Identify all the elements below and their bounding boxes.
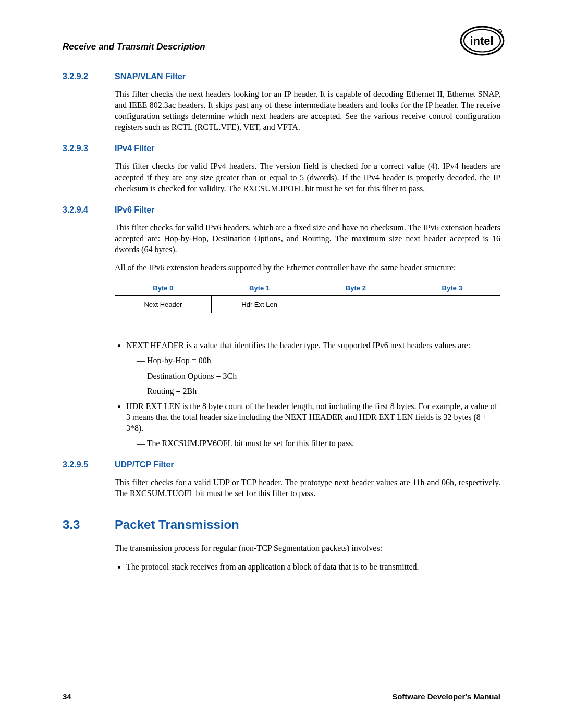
body-text: All of the IPv6 extension headers suppor… [115,262,500,273]
list-item: Routing = 2Bh [137,386,500,397]
body-text: This filter checks the next headers look… [115,89,500,132]
section-title-ipv4: IPv4 Filter [115,144,154,153]
section-title-snap-vlan: SNAP/VLAN Filter [115,72,186,81]
table-header: Byte 2 [308,280,404,296]
svg-text:intel: intel [470,34,493,47]
page-header-title: Receive and Transmit Description [63,42,205,52]
section-number: 3.2.9.4 [63,205,115,215]
list-item: Hop-by-Hop = 00h [137,355,500,366]
list-item: HDR EXT LEN is the 8 byte count of the h… [126,401,500,449]
svg-text:R: R [499,30,501,33]
list-item: The protocol stack receives from an appl… [126,561,500,572]
table-cell: Hdr Ext Len [211,296,308,313]
section-title-ipv6: IPv6 Filter [115,205,154,215]
list-item: The RXCSUM.IPV6OFL bit must be set for t… [137,438,500,449]
body-text: This filter checks for valid IPv4 header… [115,161,500,193]
body-text: The transmission process for regular (no… [115,542,500,553]
page-number: 34 [63,692,71,701]
table-cell: Next Header [115,296,212,313]
list-text: NEXT HEADER is a value that identifies t… [126,341,470,350]
section-number: 3.3 [63,517,115,532]
list-item: Destination Options = 3Ch [137,371,500,381]
body-text: This filter checks for a valid UDP or TC… [115,477,500,499]
list-text: HDR EXT LEN is the 8 byte count of the h… [126,402,497,433]
section-title-udp-tcp: UDP/TCP Filter [115,460,174,470]
table-cell [308,296,500,313]
footer-doc-title: Software Developer's Manual [392,692,500,701]
table-header: Byte 0 [115,280,212,296]
intel-logo: intel R [459,24,506,59]
section-number: 3.2.9.2 [63,72,115,81]
table-header: Byte 3 [404,280,500,296]
section-title-packet-transmission: Packet Transmission [115,517,239,532]
table-header: Byte 1 [211,280,308,296]
section-number: 3.2.9.5 [63,460,115,470]
section-number: 3.2.9.3 [63,144,115,153]
table-cell [115,313,500,330]
body-text: This filter checks for valid IPv6 header… [115,222,500,255]
list-item: NEXT HEADER is a value that identifies t… [126,340,500,396]
ipv6-header-table: Byte 0 Byte 1 Byte 2 Byte 3 Next Header … [115,280,500,330]
